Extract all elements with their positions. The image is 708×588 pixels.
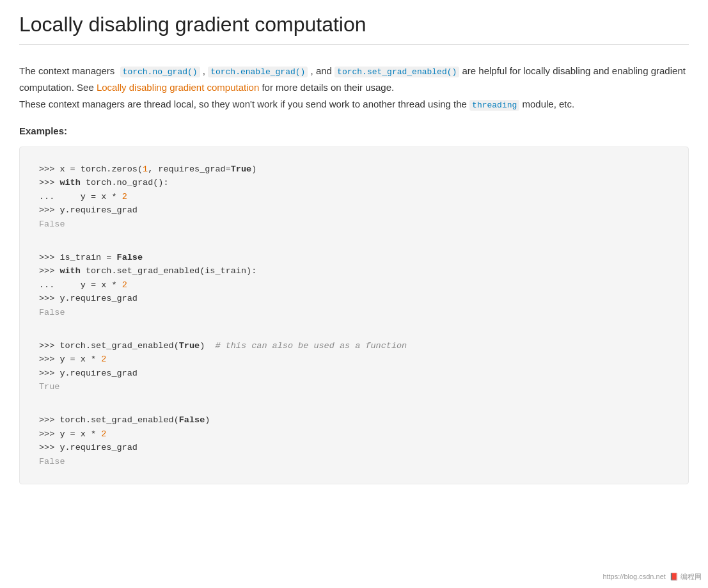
code-section-1: >>> x = torch.zeros(1, requires_grad=Tru…	[39, 163, 669, 232]
code-block: >>> x = torch.zeros(1, requires_grad=Tru…	[19, 147, 689, 485]
code-output: True	[39, 380, 669, 394]
code-section-3: >>> torch.set_grad_enabled(True) # this …	[39, 339, 669, 394]
examples-label: Examples:	[19, 125, 689, 136]
code-line: >>> y.requires_grad	[39, 367, 669, 381]
code-no-grad: torch.no_grad()	[120, 67, 200, 77]
code-line: >>> y = x * 2	[39, 353, 669, 367]
code-section-2: >>> is_train = False >>> with torch.set_…	[39, 251, 669, 320]
code-line: >>> with torch.set_grad_enabled(is_train…	[39, 264, 669, 278]
code-line: >>> torch.set_grad_enabled(True) # this …	[39, 339, 669, 353]
code-section-4: >>> torch.set_grad_enabled(False) >>> y …	[39, 413, 669, 468]
code-enable-grad: torch.enable_grad()	[208, 67, 308, 77]
code-line: >>> is_train = False	[39, 251, 669, 265]
code-output: False	[39, 218, 669, 232]
code-line: >>> with torch.no_grad():	[39, 176, 669, 190]
code-threading: threading	[469, 100, 519, 111]
code-line: >>> x = torch.zeros(1, requires_grad=Tru…	[39, 163, 669, 177]
description-paragraph: The context managers torch.no_grad() , t…	[19, 63, 689, 113]
code-line: >>> torch.set_grad_enabled(False)	[39, 413, 669, 427]
desc-sep1: ,	[203, 65, 208, 76]
code-output: False	[39, 306, 669, 320]
page-title: Locally disabling gradient computation	[19, 13, 689, 45]
desc-link[interactable]: Locally disabling gradient computation	[97, 82, 259, 93]
code-line: >>> y.requires_grad	[39, 441, 669, 455]
code-line: >>> y.requires_grad	[39, 292, 669, 306]
code-line: >>> y.requires_grad	[39, 203, 669, 218]
code-line: ... y = x * 2	[39, 190, 669, 204]
code-line: ... y = x * 2	[39, 278, 669, 292]
code-set-grad-enabled: torch.set_grad_enabled()	[334, 67, 459, 77]
code-line: >>> y = x * 2	[39, 427, 669, 441]
desc-sep2: , and	[311, 65, 335, 76]
code-output: False	[39, 455, 669, 469]
desc-text3: module, etc.	[522, 99, 574, 109]
